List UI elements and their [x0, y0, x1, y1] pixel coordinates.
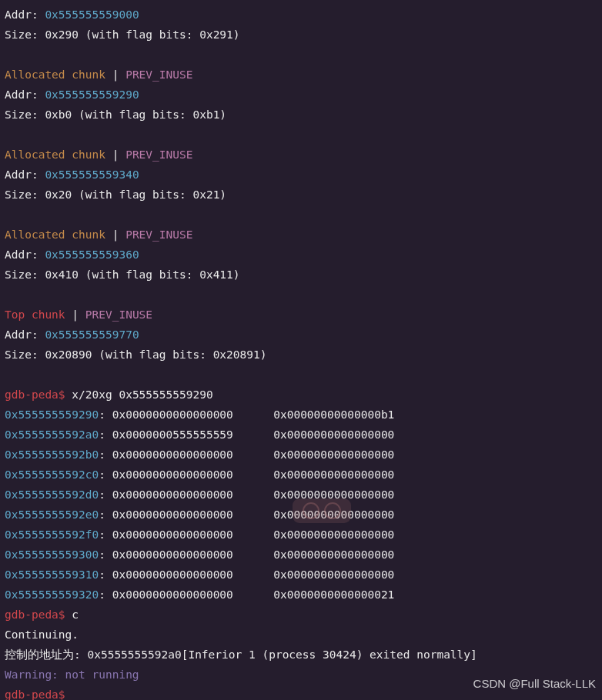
output-line: Allocated chunk | PREV_INUSE: [5, 225, 597, 245]
size-label: Size:: [5, 268, 45, 281]
output-line: [5, 365, 597, 385]
output-line: Allocated chunk | PREV_INUSE: [5, 145, 597, 165]
dump-address: 0x555555559310: [5, 568, 99, 581]
output-line: Size: 0xb0 (with flag bits: 0xb1): [5, 105, 597, 125]
size-value: 0x20 (with flag bits: 0x21): [45, 188, 226, 201]
dump-value-1: 0x0000000000000000: [273, 528, 394, 541]
dump-gap: [233, 588, 273, 601]
dump-address: 0x5555555592b0: [5, 448, 99, 461]
output-line: 0x555555559290: 0x0000000000000000 0x000…: [5, 405, 597, 425]
terminal-output[interactable]: Addr: 0x555555559000Size: 0x290 (with fl…: [0, 0, 602, 700]
gdb-command: x/20xg 0x555555559290: [65, 388, 213, 401]
dump-sep: :: [99, 448, 112, 461]
dump-sep: :: [99, 588, 112, 601]
dump-sep: :: [99, 488, 112, 501]
addr-label: Addr:: [5, 88, 45, 101]
dump-value-0: 0x0000000000000000: [112, 488, 233, 501]
dump-gap: [233, 548, 273, 561]
prev-inuse-flag: PREV_INUSE: [85, 308, 152, 321]
size-value: 0xb0 (with flag bits: 0xb1): [45, 108, 226, 121]
addr-label: Addr:: [5, 168, 45, 181]
dump-address: 0x5555555592f0: [5, 528, 99, 541]
dump-value-1: 0x0000000000000000: [273, 448, 394, 461]
output-line: Addr: 0x555555559000: [5, 5, 597, 25]
output-line: Continuing.: [5, 625, 597, 645]
addr-value: 0x555555559290: [45, 88, 139, 101]
blank-line: [5, 48, 12, 61]
pipe-sep: |: [105, 68, 125, 81]
dump-gap: [233, 568, 273, 581]
dump-address: 0x5555555592a0: [5, 428, 99, 441]
blank-line: [5, 128, 12, 141]
addr-value: 0x555555559340: [45, 168, 139, 181]
dump-value-1: 0x0000000000000000: [273, 488, 394, 501]
pipe-sep: |: [65, 308, 85, 321]
dump-sep: :: [99, 548, 112, 561]
output-line: 0x5555555592e0: 0x0000000000000000 0x000…: [5, 505, 597, 525]
output-line: 0x5555555592b0: 0x0000000000000000 0x000…: [5, 445, 597, 465]
dump-value-0: 0x0000000555555559: [112, 428, 233, 441]
output-line: 0x555555559300: 0x0000000000000000 0x000…: [5, 545, 597, 565]
addr-label: Addr:: [5, 8, 45, 21]
dump-address: 0x5555555592c0: [5, 468, 99, 481]
gdb-prompt[interactable]: gdb-peda$: [5, 388, 65, 401]
output-line: [5, 125, 597, 145]
gdb-command: c: [65, 608, 79, 621]
dump-gap: [233, 448, 273, 461]
size-label: Size:: [5, 28, 45, 41]
blank-line: [5, 368, 12, 381]
dump-value-0: 0x0000000000000000: [112, 588, 233, 601]
dump-address: 0x555555559320: [5, 588, 99, 601]
size-value: 0x290 (with flag bits: 0x291): [45, 28, 239, 41]
exit-message: 0x5555555592a0[Inferior 1 (process 30424…: [87, 648, 477, 661]
size-value: 0x410 (with flag bits: 0x411): [45, 268, 239, 281]
dump-value-0: 0x0000000000000000: [112, 448, 233, 461]
dump-gap: [233, 428, 273, 441]
dump-gap: [233, 528, 273, 541]
dump-value-0: 0x0000000000000000: [112, 408, 233, 421]
gdb-prompt[interactable]: gdb-peda$: [5, 688, 65, 700]
allocated-chunk-label: Allocated chunk: [5, 228, 105, 241]
output-line: gdb-peda$ x/20xg 0x555555559290: [5, 385, 597, 405]
output-line: 控制的地址为: 0x5555555592a0[Inferior 1 (proce…: [5, 645, 597, 665]
prev-inuse-flag: PREV_INUSE: [125, 68, 192, 81]
output-line: 0x5555555592a0: 0x0000000555555559 0x000…: [5, 425, 597, 445]
output-line: 0x555555559320: 0x0000000000000000 0x000…: [5, 585, 597, 605]
gdb-prompt[interactable]: gdb-peda$: [5, 608, 65, 621]
output-line: Size: 0x290 (with flag bits: 0x291): [5, 25, 597, 45]
addr-label: Addr:: [5, 248, 45, 261]
addr-value: 0x555555559000: [45, 8, 139, 21]
output-line: Warning: not running: [5, 665, 597, 685]
dump-gap: [233, 488, 273, 501]
output-line: 0x5555555592d0: 0x0000000000000000 0x000…: [5, 485, 597, 505]
output-line: 0x555555559310: 0x0000000000000000 0x000…: [5, 565, 597, 585]
dump-value-0: 0x0000000000000000: [112, 508, 233, 521]
addr-label: Addr:: [5, 328, 45, 341]
dump-address: 0x5555555592d0: [5, 488, 99, 501]
dump-value-1: 0x0000000000000021: [273, 588, 394, 601]
exit-prefix: 控制的地址为:: [5, 648, 87, 661]
dump-sep: :: [99, 528, 112, 541]
size-label: Size:: [5, 188, 45, 201]
addr-value: 0x555555559770: [45, 328, 139, 341]
output-line: Addr: 0x555555559340: [5, 165, 597, 185]
output-line: [5, 45, 597, 65]
dump-value-1: 0x00000000000000b1: [273, 408, 394, 421]
continuing-text: Continuing.: [5, 628, 79, 641]
output-line: gdb-peda$: [5, 685, 597, 700]
dump-value-0: 0x0000000000000000: [112, 468, 233, 481]
output-line: Addr: 0x555555559290: [5, 85, 597, 105]
pipe-sep: |: [105, 148, 125, 161]
dump-sep: :: [99, 428, 112, 441]
output-line: Top chunk | PREV_INUSE: [5, 305, 597, 325]
dump-sep: :: [99, 508, 112, 521]
output-line: Size: 0x410 (with flag bits: 0x411): [5, 265, 597, 285]
dump-address: 0x555555559300: [5, 548, 99, 561]
dump-address: 0x5555555592e0: [5, 508, 99, 521]
dump-value-1: 0x0000000000000000: [273, 548, 394, 561]
dump-value-1: 0x0000000000000000: [273, 508, 394, 521]
output-line: [5, 205, 597, 225]
size-value: 0x20890 (with flag bits: 0x20891): [45, 348, 266, 361]
dump-value-1: 0x0000000000000000: [273, 428, 394, 441]
output-line: Allocated chunk | PREV_INUSE: [5, 65, 597, 85]
